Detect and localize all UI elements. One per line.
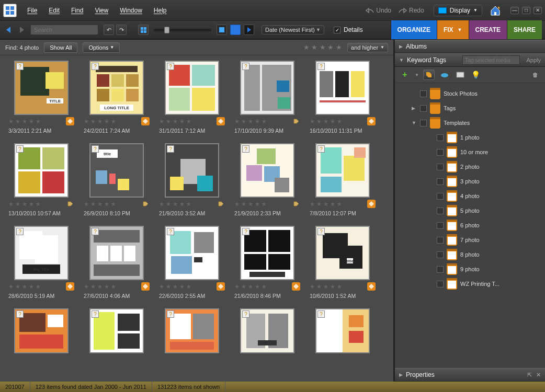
rating-stars[interactable]: ★ ★ ★ ★ ★ (234, 283, 267, 290)
rating-stars[interactable]: ★ ★ ★ ★ ★ (8, 118, 41, 125)
rating-filter-dropdown[interactable]: and higher▼ (347, 43, 388, 52)
rating-stars[interactable]: ★ ★ ★ ★ ★ (84, 283, 116, 290)
tag-badge-icon[interactable] (292, 200, 300, 208)
details-checkbox[interactable]: ✓Details (334, 26, 363, 33)
options-dropdown[interactable]: Options▼ (83, 42, 120, 53)
menu-window[interactable]: Window (120, 7, 142, 14)
thumbnail-cell[interactable]: The Title Bit?★ ★ ★ ★ ★21/6/2010 8:46 PM (233, 226, 301, 299)
cloud-icon-button[interactable] (439, 70, 450, 80)
keyword-row[interactable]: 4 photo (398, 189, 545, 203)
tab-share[interactable]: SHARE (507, 20, 542, 39)
sort-dropdown[interactable]: Date (Newest First)▼ (262, 25, 324, 34)
slideshow-button[interactable] (244, 25, 254, 35)
tag-badge-icon[interactable] (66, 200, 74, 208)
keyword-checkbox[interactable] (437, 251, 444, 258)
keyword-row[interactable]: 7 photo (398, 233, 545, 247)
trash-button[interactable]: 🗑 (529, 70, 541, 80)
thumbnail-cell[interactable]: title?★ ★ ★ ★ ★10/6/2010 1:52 AM (309, 226, 377, 299)
keyword-row[interactable]: 5 photo (398, 203, 545, 218)
stack-badge-icon[interactable] (141, 282, 150, 291)
keyword-row[interactable]: 3 photo (398, 174, 545, 189)
photo-icon-button[interactable] (455, 70, 466, 80)
tab-organize[interactable]: ORGANIZE (391, 20, 437, 39)
keyword-checkbox[interactable] (437, 207, 444, 214)
thumbnail-cell[interactable]: ?★ ★ ★ ★ ★13/10/2010 10:57 AM (7, 143, 75, 216)
panel-close-icon[interactable]: ✕ (536, 372, 541, 378)
panel-pin-icon[interactable]: ⇱ (527, 372, 532, 378)
keyword-checkbox[interactable] (437, 149, 444, 156)
thumbnail-cell[interactable]: ?★ ★ ★ ★ ★7/8/2010 12:07 PM (309, 143, 377, 216)
expand-icon[interactable]: ▼ (412, 120, 417, 125)
keyword-checkbox[interactable] (437, 222, 444, 229)
rating-stars[interactable]: ★ ★ ★ ★ ★ (84, 118, 116, 125)
thumbnail-cell[interactable]: TITLE?★ ★ ★ ★ ★3/3/2011 2:21 AM (7, 61, 75, 134)
keyword-checkbox[interactable] (437, 281, 444, 287)
thumbnail-cell[interactable]: ? (309, 308, 377, 353)
keyword-row[interactable]: 9 photo (398, 262, 545, 276)
menu-find[interactable]: Find (71, 7, 83, 14)
maximize-button[interactable]: □ (522, 7, 530, 14)
tag-badge-icon[interactable] (292, 117, 300, 125)
tab-fix[interactable]: FIX▼ (437, 20, 469, 39)
keyword-row[interactable]: 1 photo (398, 130, 545, 145)
keyword-checkbox[interactable] (437, 237, 444, 244)
keyword-checkbox[interactable] (420, 90, 427, 97)
menu-edit[interactable]: Edit (49, 7, 60, 14)
properties-panel-header[interactable]: ▶Properties⇱✕ (395, 368, 545, 382)
add-tag-button[interactable]: + (399, 70, 411, 80)
menu-help[interactable]: Help (154, 7, 167, 14)
stack-badge-icon[interactable] (217, 117, 225, 125)
expand-icon[interactable]: ▶ (412, 106, 417, 111)
albums-panel-header[interactable]: ▶Albums (395, 40, 545, 53)
zoom-slider[interactable] (154, 29, 211, 31)
keyword-checkbox[interactable] (437, 266, 444, 273)
rating-stars[interactable]: ★ ★ ★ ★ ★ (310, 283, 342, 290)
stack-badge-icon[interactable] (141, 117, 150, 125)
stack-badge-icon[interactable] (217, 282, 225, 291)
keyword-row[interactable]: 10 or more (398, 145, 545, 159)
thumbnail-cell[interactable]: ?★ ★ ★ ★ ★31/1/2011 7:12 AM (158, 61, 226, 134)
stack-badge-icon[interactable] (367, 200, 376, 208)
thumbnail-cell[interactable]: LONG TITLE?★ ★ ★ ★ ★24/2/2011 7:24 AM (83, 61, 151, 134)
keyword-row[interactable]: 2 photo (398, 159, 545, 174)
rating-stars[interactable]: ★ ★ ★ ★ ★ (8, 201, 41, 207)
keyword-checkbox[interactable] (437, 134, 444, 141)
keyword-checkbox[interactable] (437, 178, 444, 185)
keyword-row[interactable]: ▼Templates (398, 116, 545, 130)
thumbnail-cell[interactable]: ?★ ★ ★ ★ ★17/10/2010 9:39 AM (233, 61, 301, 134)
rating-stars[interactable]: ★ ★ ★ ★ ★ (8, 283, 41, 290)
rating-stars[interactable]: ★ ★ ★ ★ ★ (234, 201, 267, 207)
thumbnail-cell[interactable]: ?★ ★ ★ ★ ★21/9/2010 2:33 PM (233, 143, 301, 216)
thumbnail-cell[interactable]: title?★ ★ ★ ★ ★26/9/2010 8:10 PM (83, 143, 151, 216)
keyword-row[interactable]: WZ Printing T... (398, 276, 545, 291)
menu-file[interactable]: File (27, 7, 37, 14)
thumbnail-cell[interactable]: ?★ ★ ★ ★ ★16/10/2010 11:31 PM (309, 61, 377, 134)
nav-forward-button[interactable] (16, 25, 27, 35)
tag-icon-button[interactable] (423, 70, 435, 80)
thumbnail-cell[interactable]: ? (158, 308, 226, 353)
keyword-panel-header[interactable]: ▼Keyword Tags Apply (395, 53, 545, 67)
stack-badge-icon[interactable] (367, 282, 376, 291)
apply-button[interactable]: Apply (526, 57, 541, 63)
stack-badge-icon[interactable] (367, 117, 376, 125)
home-icon[interactable] (490, 5, 501, 16)
rating-stars[interactable]: ★ ★ ★ ★ ★ (234, 118, 267, 125)
rating-stars[interactable]: ★ ★ ★ ★ ★ (159, 283, 191, 290)
show-all-button[interactable]: Show All (44, 42, 77, 53)
undo-button[interactable]: Undo (366, 7, 391, 14)
display-dropdown[interactable]: Display▼ (434, 5, 482, 16)
keyword-row[interactable]: Stock Photos (398, 86, 545, 101)
minimize-button[interactable]: — (510, 7, 519, 14)
redo-button[interactable]: Redo (399, 7, 424, 14)
rating-stars[interactable]: ★ ★ ★ ★ ★ (310, 118, 342, 125)
keyword-checkbox[interactable] (437, 164, 444, 170)
thumbnail-cell[interactable]: ? (7, 308, 75, 353)
keyword-row[interactable]: ▶Tags (398, 101, 545, 116)
tag-badge-icon[interactable] (141, 200, 150, 208)
keyword-row[interactable]: 6 photo (398, 218, 545, 233)
thumbnail-cell[interactable]: ? (83, 308, 151, 353)
rating-filter-stars[interactable]: ★ ★ ★ ★ ★ (303, 43, 342, 51)
tag-media-input[interactable] (462, 55, 520, 65)
thumbnail-cell[interactable]: ?★ ★ ★ ★ ★21/9/2010 3:52 AM (158, 143, 226, 216)
bulb-icon-button[interactable]: 💡 (470, 70, 482, 80)
